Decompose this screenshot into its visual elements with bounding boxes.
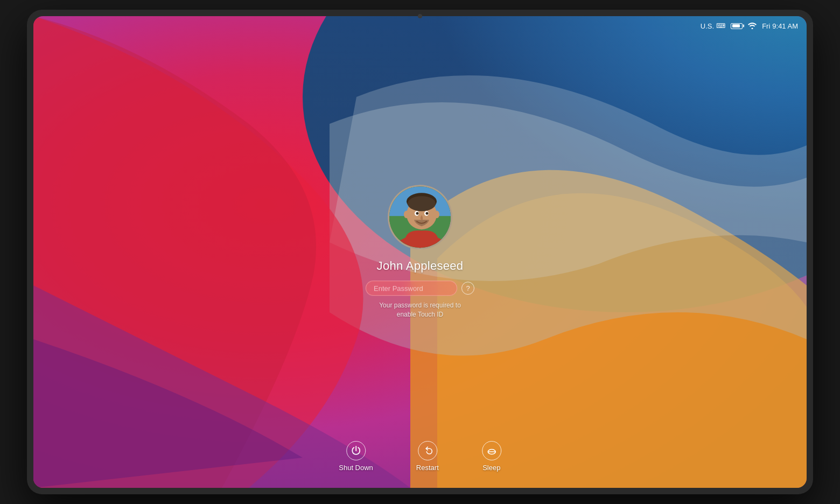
- shut-down-button[interactable]: Shut Down: [339, 441, 373, 472]
- sleep-icon: [487, 446, 496, 456]
- password-help-button[interactable]: ?: [461, 282, 474, 295]
- restart-button[interactable]: Restart: [416, 441, 439, 472]
- sleep-icon-circle: [482, 441, 501, 460]
- screen: U.S. ⌨ Fri 9:41 AM: [33, 16, 807, 488]
- login-container: John Appleseed ? Your password is requir…: [366, 185, 474, 319]
- datetime: Fri 9:41 AM: [762, 22, 798, 30]
- wifi-status: [748, 23, 757, 29]
- svg-point-12: [404, 211, 409, 218]
- laptop-frame: U.S. ⌨ Fri 9:41 AM: [27, 10, 813, 494]
- restart-icon-circle: [418, 441, 437, 460]
- battery-status: [731, 23, 743, 29]
- avatar-svg: [389, 186, 452, 249]
- wifi-icon: [748, 23, 757, 29]
- power-icon: [351, 446, 361, 456]
- user-avatar: [388, 185, 452, 249]
- sleep-button[interactable]: Sleep: [482, 441, 501, 472]
- battery-icon: [731, 23, 743, 29]
- battery-fill: [732, 24, 740, 27]
- time-display: 9:41 AM: [772, 22, 798, 30]
- shut-down-label: Shut Down: [339, 464, 373, 472]
- day-display: Fri: [762, 22, 770, 30]
- svg-point-7: [408, 196, 436, 211]
- shut-down-icon-circle: [346, 441, 366, 460]
- restart-icon: [423, 446, 432, 456]
- user-name-label: John Appleseed: [377, 259, 464, 273]
- svg-point-13: [434, 211, 439, 218]
- password-row: ?: [366, 281, 474, 296]
- touch-id-hint: Your password is required to enable Touc…: [379, 301, 461, 319]
- keyboard-icon: ⌨: [716, 22, 725, 30]
- svg-point-11: [426, 212, 429, 215]
- restart-label: Restart: [416, 464, 439, 472]
- password-input[interactable]: [366, 281, 457, 296]
- sleep-label: Sleep: [482, 464, 500, 472]
- bottom-buttons: Shut Down Restart: [339, 441, 501, 472]
- menu-bar: U.S. ⌨ Fri 9:41 AM: [33, 16, 807, 36]
- svg-point-10: [416, 212, 419, 215]
- keyboard-layout: U.S. ⌨: [701, 22, 725, 30]
